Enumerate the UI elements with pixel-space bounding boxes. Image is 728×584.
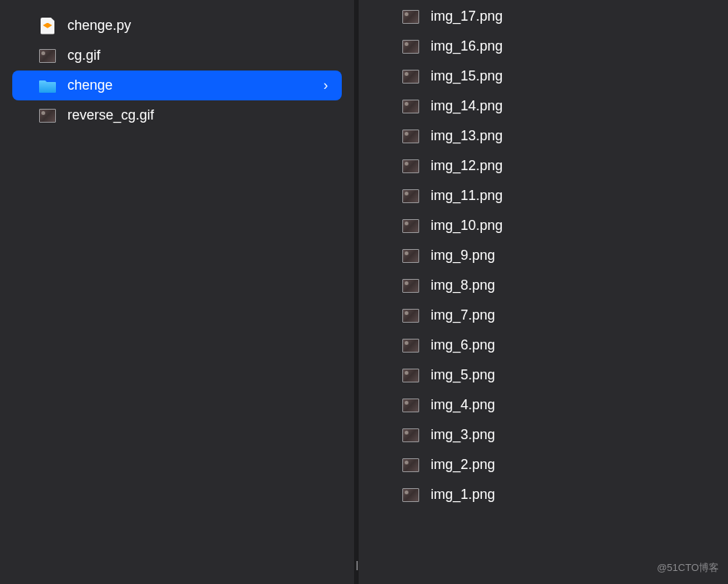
image-file-icon (402, 218, 420, 235)
file-item[interactable]: img_10.png (359, 211, 728, 241)
file-item[interactable]: img_7.png (359, 300, 728, 330)
file-item-label: img_12.png (431, 158, 503, 174)
file-item-label: img_10.png (431, 218, 503, 234)
file-item-label: img_8.png (431, 277, 495, 294)
file-item[interactable]: cg.gif (12, 41, 342, 71)
file-item-label: img_6.png (431, 337, 495, 353)
file-item[interactable]: img_4.png (359, 390, 728, 420)
file-item[interactable]: img_13.png (359, 121, 728, 151)
python-file-icon (38, 18, 57, 34)
folder-icon (38, 77, 57, 94)
file-item[interactable]: img_11.png (359, 181, 728, 211)
image-file-icon (402, 397, 420, 414)
image-file-icon (402, 457, 420, 474)
file-item-label: img_14.png (431, 98, 503, 114)
file-item-label: img_1.png (431, 487, 495, 503)
image-file-icon (402, 307, 420, 324)
file-item[interactable]: chenge› (12, 71, 342, 100)
image-file-icon (402, 188, 420, 205)
panel-divider[interactable]: || (354, 0, 359, 584)
image-file-icon (402, 427, 420, 444)
image-file-icon (38, 48, 57, 64)
file-item[interactable]: img_8.png (359, 271, 728, 300)
right-panel: img_17.pngimg_16.pngimg_15.pngimg_14.png… (359, 0, 728, 584)
file-item[interactable]: reverse_cg.gif (12, 100, 342, 130)
image-file-icon (402, 367, 420, 384)
file-item[interactable]: img_12.png (359, 151, 728, 181)
image-file-icon (402, 277, 420, 294)
file-item[interactable]: img_16.png (359, 31, 728, 61)
file-item[interactable]: img_3.png (359, 420, 728, 450)
file-item-label: reverse_cg.gif (67, 107, 328, 123)
left-panel: chenge.pycg.gifchenge›reverse_cg.gif (0, 0, 354, 584)
file-item-label: chenge.py (67, 18, 328, 34)
file-item-label: img_2.png (431, 457, 495, 473)
file-item-label: img_13.png (431, 128, 503, 144)
file-item[interactable]: img_15.png (359, 61, 728, 91)
image-file-icon (402, 38, 420, 55)
image-file-icon (402, 487, 420, 504)
image-file-icon (402, 68, 420, 85)
divider-handle-icon: || (356, 559, 357, 570)
file-item-label: chenge (67, 77, 323, 94)
file-item-label: img_4.png (431, 397, 495, 413)
file-item[interactable]: img_14.png (359, 91, 728, 121)
file-item-label: img_7.png (431, 307, 495, 323)
file-item[interactable]: img_9.png (359, 241, 728, 271)
image-file-icon (402, 8, 420, 25)
image-file-icon (402, 128, 420, 145)
file-item-label: img_16.png (431, 38, 503, 54)
file-item[interactable]: img_2.png (359, 450, 728, 480)
watermark-text: @51CTO博客 (657, 561, 719, 575)
file-item-label: img_11.png (431, 188, 503, 204)
chevron-right-icon: › (323, 77, 328, 94)
image-file-icon (402, 337, 420, 354)
file-item[interactable]: img_1.png (359, 480, 728, 510)
file-browser: chenge.pycg.gifchenge›reverse_cg.gif || … (0, 0, 728, 584)
file-item[interactable]: img_17.png (359, 2, 728, 31)
file-item[interactable]: chenge.py (12, 11, 342, 41)
file-item-label: img_9.png (431, 248, 495, 264)
file-item-label: img_5.png (431, 367, 495, 383)
image-file-icon (402, 158, 420, 175)
image-file-icon (402, 98, 420, 115)
file-item[interactable]: img_5.png (359, 360, 728, 390)
file-item-label: img_3.png (431, 427, 495, 443)
file-item[interactable]: img_6.png (359, 330, 728, 360)
file-item-label: img_15.png (431, 68, 503, 84)
image-file-icon (402, 248, 420, 264)
file-item-label: img_17.png (431, 8, 503, 25)
image-file-icon (38, 107, 57, 124)
file-item-label: cg.gif (67, 48, 328, 64)
